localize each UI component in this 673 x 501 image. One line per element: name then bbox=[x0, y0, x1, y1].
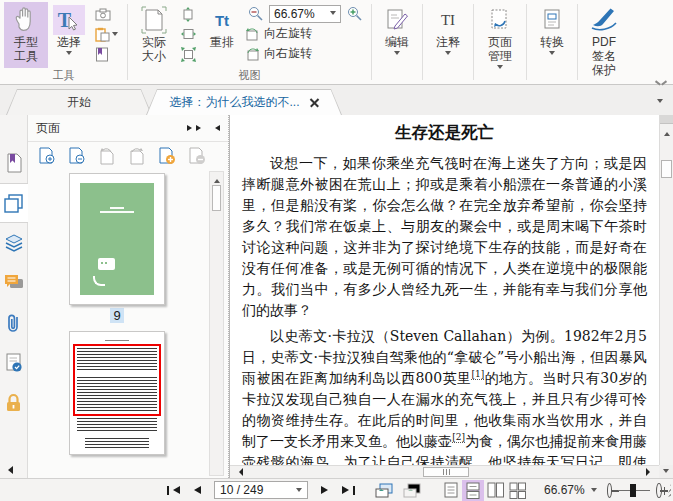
vertical-scrollbar[interactable] bbox=[659, 115, 673, 465]
thumbnail-text-block bbox=[77, 418, 157, 433]
vertical-scrollbar-thumb[interactable] bbox=[661, 160, 672, 178]
thumbnail-page-10[interactable] bbox=[69, 331, 165, 455]
close-tab-icon[interactable] bbox=[310, 98, 319, 107]
scroll-right-icon[interactable] bbox=[646, 468, 654, 476]
zoom-out-circle-button[interactable] bbox=[607, 483, 613, 498]
pdf-sign-protect-button[interactable]: PDF签名保护 bbox=[582, 2, 626, 77]
small-tools-column bbox=[90, 2, 123, 68]
security-panel-button[interactable] bbox=[0, 383, 28, 423]
fit-visible-button[interactable] bbox=[178, 44, 199, 64]
enlarge-thumbnails-button[interactable] bbox=[38, 147, 56, 165]
layers-panel-button[interactable] bbox=[0, 223, 28, 263]
digital-signatures-panel-button[interactable] bbox=[0, 343, 28, 383]
ribbon: 手型工具 T 选择 bbox=[0, 0, 673, 85]
layers-icon bbox=[4, 234, 24, 252]
edit-label: 编辑 bbox=[385, 35, 409, 49]
snapshot-button[interactable] bbox=[92, 4, 121, 24]
last-page-button[interactable] bbox=[337, 486, 360, 495]
facing-view-button[interactable] bbox=[484, 480, 506, 501]
ribbon-group-convert: 转换 bbox=[527, 0, 577, 84]
thumbnail-scrollbar-thumb[interactable] bbox=[212, 185, 221, 211]
zoom-slider-thumb[interactable] bbox=[630, 484, 636, 497]
page-management-button[interactable]: 页面管理 bbox=[478, 2, 522, 72]
corner-caret-icon bbox=[663, 469, 669, 476]
document-page[interactable]: 生存还是死亡 设想一下，如果你乘坐充气筏时在海上迷失了方向；或是因摔断腿意外被困… bbox=[230, 115, 659, 465]
zoom-in-circle-button[interactable] bbox=[656, 483, 662, 498]
facing-continuous-view-button[interactable] bbox=[506, 480, 528, 501]
page-dropdown-caret bbox=[296, 488, 302, 495]
scroll-up-icon[interactable] bbox=[214, 176, 220, 183]
first-page-button[interactable] bbox=[162, 486, 185, 495]
scroll-up-icon[interactable] bbox=[664, 129, 670, 136]
convert-button[interactable]: 转换 bbox=[531, 2, 573, 68]
viewport-indicator[interactable] bbox=[73, 344, 161, 416]
single-page-view-button[interactable] bbox=[440, 480, 462, 501]
lock-icon bbox=[5, 393, 22, 413]
new-page-button[interactable] bbox=[158, 147, 176, 165]
enlarge-thumbnail-icon bbox=[38, 147, 56, 165]
reduce-thumbnails-button[interactable] bbox=[68, 147, 86, 165]
zoom-dropdown-caret bbox=[330, 11, 336, 18]
hand-tool-button[interactable]: 手型工具 bbox=[4, 2, 48, 68]
zoom-out-icon bbox=[248, 6, 263, 21]
hand-tool-label: 手型工具 bbox=[9, 35, 43, 63]
tab-document[interactable]: 选择：为什么我选的不... bbox=[146, 89, 342, 115]
tab-document-label: 选择：为什么我选的不... bbox=[169, 94, 299, 111]
thumbnail-page-9[interactable] bbox=[69, 173, 165, 305]
scrollbar-split-box[interactable] bbox=[660, 115, 673, 124]
panel-expand-button[interactable] bbox=[187, 125, 204, 131]
reflow-button[interactable]: Tt 重排 bbox=[201, 2, 243, 68]
zoom-out-button[interactable] bbox=[245, 4, 266, 24]
previous-page-button[interactable] bbox=[185, 486, 206, 494]
tab-list-menu-icon[interactable] bbox=[657, 99, 663, 106]
clipboard-icon bbox=[95, 27, 110, 42]
comment-button[interactable]: TI 注释 bbox=[427, 2, 469, 68]
bookmark-page-button[interactable] bbox=[92, 44, 121, 64]
horizontal-scrollbar-thumb[interactable] bbox=[423, 467, 469, 477]
bookmarks-panel-button[interactable] bbox=[0, 143, 28, 183]
page-number-combobox[interactable]: 10 / 249 bbox=[214, 481, 308, 499]
comments-panel-button[interactable] bbox=[0, 263, 28, 303]
tab-start-label: 开始 bbox=[67, 94, 91, 111]
continuous-view-button[interactable] bbox=[462, 480, 484, 501]
clipboard-paste-button[interactable] bbox=[92, 24, 121, 44]
rotate-left-icon bbox=[245, 27, 260, 41]
actual-size-button[interactable]: 实际大小 bbox=[132, 2, 176, 68]
scroll-left-icon[interactable] bbox=[235, 468, 243, 476]
footnote-link-1[interactable]: [1] bbox=[471, 369, 484, 380]
rotate-right-button[interactable]: 向右旋转 bbox=[245, 44, 365, 63]
status-zoom-value[interactable]: 66.67% bbox=[544, 483, 585, 497]
zoom-in-button[interactable] bbox=[344, 4, 365, 24]
select-tool-button[interactable]: T 选择 bbox=[48, 2, 90, 68]
next-view-button[interactable] bbox=[398, 483, 426, 498]
last-page-icon bbox=[353, 486, 355, 495]
rotate-page-left-button[interactable] bbox=[98, 147, 116, 165]
window-resize-grip[interactable] bbox=[668, 484, 672, 497]
zoom-in-icon bbox=[347, 6, 362, 21]
horizontal-scrollbar[interactable] bbox=[230, 465, 659, 478]
attachments-panel-button[interactable] bbox=[0, 303, 28, 343]
zoom-slider[interactable] bbox=[618, 483, 650, 498]
fit-page-button[interactable] bbox=[178, 4, 199, 24]
thumbnail-scrollbar[interactable] bbox=[209, 171, 224, 476]
rotate-page-right-button[interactable] bbox=[128, 147, 146, 165]
footnote-link-2[interactable]: [2] bbox=[452, 432, 465, 443]
pages-panel-button[interactable] bbox=[0, 183, 28, 223]
edit-button[interactable]: 编辑 bbox=[376, 2, 418, 68]
status-zoom-control: 66.67% bbox=[544, 483, 597, 497]
panel-collapse-arrow-icon[interactable] bbox=[4, 466, 13, 474]
digital-signature-icon bbox=[5, 353, 23, 373]
next-page-button[interactable] bbox=[316, 486, 337, 494]
panel-hide-button[interactable] bbox=[212, 125, 220, 131]
rotate-left-button[interactable]: 向左旋转 bbox=[245, 24, 365, 43]
status-zoom-caret[interactable] bbox=[591, 488, 597, 495]
thumbnail-page-number[interactable]: 9 bbox=[110, 308, 123, 323]
ribbon-zoom-combobox[interactable]: 66.67% bbox=[269, 5, 341, 23]
pages-panel-title: 页面 bbox=[36, 120, 179, 137]
cover-cable-graphic bbox=[93, 276, 105, 286]
previous-view-button[interactable] bbox=[370, 483, 398, 498]
delete-page-button[interactable] bbox=[188, 147, 206, 165]
next-page-icon bbox=[321, 486, 332, 494]
tab-start[interactable]: 开始 bbox=[6, 89, 152, 115]
fit-width-button[interactable] bbox=[178, 24, 199, 44]
